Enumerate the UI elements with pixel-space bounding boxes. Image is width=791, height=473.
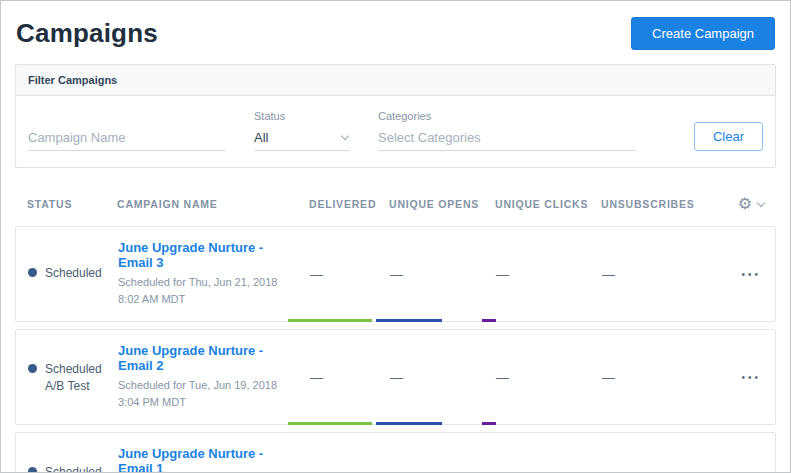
campaign-name-field-group bbox=[28, 127, 226, 151]
status-label: Status bbox=[254, 110, 350, 122]
unique-opens-progress-bar bbox=[376, 319, 442, 322]
clear-filters-button[interactable]: Clear bbox=[694, 122, 763, 151]
campaign-name-link[interactable]: June Upgrade Nurture - Email 2 bbox=[118, 343, 296, 373]
table-row: Scheduled June Upgrade Nurture - Email 3… bbox=[15, 226, 776, 322]
unique-clicks-value: — bbox=[496, 370, 602, 385]
filter-body: Status All Categories Clear bbox=[16, 96, 775, 167]
row-actions-menu-button[interactable]: ••• bbox=[739, 265, 763, 284]
chevron-down-icon bbox=[757, 198, 765, 206]
column-header-campaign-name: Campaign Name bbox=[117, 198, 309, 210]
campaign-cell: June Upgrade Nurture - Email 2 Scheduled… bbox=[118, 343, 310, 411]
topbar: Campaigns Create Campaign bbox=[1, 1, 790, 60]
categories-label: Categories bbox=[378, 110, 636, 122]
status-text: Scheduled bbox=[45, 266, 102, 280]
status-field-group: Status All bbox=[254, 110, 350, 151]
unique-clicks-value: — bbox=[496, 267, 602, 282]
status-selected-value: All bbox=[254, 130, 268, 145]
status-subtext: A/B Test bbox=[45, 379, 102, 393]
column-header-status: Status bbox=[27, 198, 117, 210]
column-header-unique-clicks: Unique Clicks bbox=[495, 198, 601, 210]
column-header-unsubscribes: Unsubscribes bbox=[601, 198, 717, 210]
filter-panel-title: Filter Campaigns bbox=[16, 65, 775, 96]
status-text: Scheduled bbox=[45, 362, 102, 376]
table-row: Scheduled A/B Test June Upgrade Nurture … bbox=[15, 329, 776, 425]
categories-field-group: Categories bbox=[378, 110, 636, 151]
unique-clicks-progress-bar bbox=[482, 319, 496, 322]
status-text: Scheduled bbox=[45, 465, 102, 473]
status-select[interactable]: All bbox=[254, 127, 350, 151]
page-title: Campaigns bbox=[16, 18, 158, 49]
campaign-schedule-text: Scheduled for Thu, Jun 21, 2018 8:02 AM … bbox=[118, 274, 290, 308]
status-cell: Scheduled A/B Test bbox=[28, 465, 118, 473]
unique-opens-value: — bbox=[390, 370, 496, 385]
unsubscribes-value: — bbox=[602, 370, 718, 385]
delivered-value: — bbox=[310, 267, 390, 282]
campaign-cell: June Upgrade Nurture - Email 1 Scheduled… bbox=[118, 446, 310, 473]
table-row: Scheduled A/B Test June Upgrade Nurture … bbox=[15, 432, 776, 473]
delivered-progress-bar bbox=[288, 319, 372, 322]
campaigns-page: { "header": { "title": "Campaigns", "cre… bbox=[0, 0, 791, 473]
status-dot-icon bbox=[28, 364, 37, 373]
chevron-down-icon bbox=[341, 132, 349, 140]
campaign-cell: June Upgrade Nurture - Email 3 Scheduled… bbox=[118, 240, 310, 308]
delivered-progress-bar bbox=[288, 422, 372, 425]
campaigns-table: Status Campaign Name Delivered Unique Op… bbox=[1, 190, 790, 473]
status-dot-icon bbox=[28, 467, 37, 473]
column-header-delivered: Delivered bbox=[309, 198, 389, 210]
unique-opens-progress-bar bbox=[376, 422, 442, 425]
status-cell: Scheduled bbox=[28, 266, 118, 283]
filter-panel: Filter Campaigns Status All Categories C… bbox=[15, 64, 776, 168]
column-header-unique-opens: Unique Opens bbox=[389, 198, 495, 210]
create-campaign-button[interactable]: Create Campaign bbox=[631, 17, 775, 50]
status-cell: Scheduled A/B Test bbox=[28, 362, 118, 393]
delivered-value: — bbox=[310, 370, 390, 385]
unsubscribes-value: — bbox=[602, 267, 718, 282]
unique-opens-value: — bbox=[390, 267, 496, 282]
categories-input[interactable] bbox=[378, 127, 636, 151]
table-settings-button[interactable]: ⚙ bbox=[738, 196, 764, 212]
campaign-name-input[interactable] bbox=[28, 127, 226, 151]
campaign-name-link[interactable]: June Upgrade Nurture - Email 1 bbox=[118, 446, 296, 473]
campaign-name-link[interactable]: June Upgrade Nurture - Email 3 bbox=[118, 240, 296, 270]
table-header-row: Status Campaign Name Delivered Unique Op… bbox=[1, 190, 790, 226]
row-actions-menu-button[interactable]: ••• bbox=[739, 368, 763, 387]
unique-clicks-progress-bar bbox=[482, 422, 496, 425]
campaign-schedule-text: Scheduled for Tue, Jun 19, 2018 3:04 PM … bbox=[118, 377, 290, 411]
gear-icon: ⚙ bbox=[738, 196, 752, 212]
status-dot-icon bbox=[28, 268, 37, 277]
